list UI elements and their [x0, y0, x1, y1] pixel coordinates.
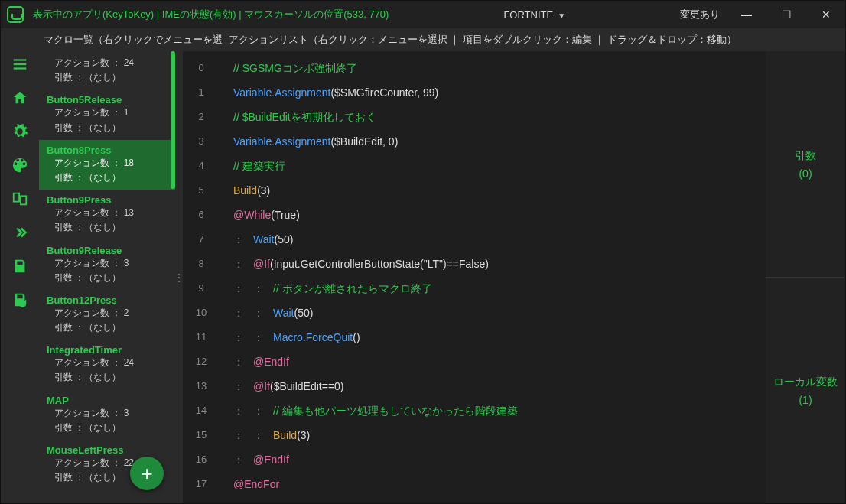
code-line[interactable]: 6@While (True) — [183, 204, 766, 229]
macro-item[interactable]: Button5Releaseアクション数 ： 1引数 ：（なし） — [39, 89, 175, 139]
line-content: Variable.Assignment($BuildEdit, 0) — [220, 135, 398, 148]
macro-item[interactable]: Button8Pressアクション数 ： 18引数 ：（なし） — [39, 140, 175, 190]
macro-item[interactable]: IntegratedTimerアクション数 ： 24引数 ：（なし） — [39, 340, 175, 389]
code-line[interactable]: 14：：// 編集も他パーツ処理もしていなかったら階段建築 — [183, 400, 766, 424]
line-number: 17 — [183, 478, 220, 489]
line-content: @While (True) — [220, 209, 300, 221]
line-content: Variable.Assignment($SMGfireCounter, 99) — [220, 86, 438, 99]
gear-icon[interactable] — [11, 123, 28, 140]
macro-icon[interactable] — [11, 190, 28, 207]
action-list-header: アクションリスト（右クリック：メニューを選択 ｜ 項目をダブルクリック：編集 ｜… — [229, 34, 737, 47]
line-number: 12 — [183, 356, 220, 367]
macro-meta: アクション数 ： 24引数 ：（なし） — [47, 356, 168, 385]
line-number: 15 — [183, 429, 220, 441]
line-content: ：：Wait(50) — [220, 307, 313, 320]
svg-rect-3 — [14, 193, 19, 202]
maximize-button[interactable]: ☐ — [773, 8, 799, 21]
add-button[interactable]: + — [130, 457, 164, 490]
macro-list[interactable]: アクション数 ： 24引数 ：（なし）Button5Releaseアクション数 … — [39, 51, 175, 503]
line-content: ：@EndIf — [220, 454, 289, 467]
code-line[interactable]: 9：：// ボタンが離されたらマクロ終了 — [183, 278, 766, 302]
home-icon[interactable] — [11, 89, 28, 106]
line-content: ：：// 編集も他パーツ処理もしていなかったら階段建築 — [220, 405, 518, 418]
line-number: 10 — [183, 307, 220, 318]
macro-name: Button5Release — [47, 94, 168, 106]
palette-icon[interactable] — [11, 157, 28, 174]
macro-meta: アクション数 ： 3引数 ：（なし） — [47, 406, 168, 435]
macro-item[interactable]: Button12Pressアクション数 ： 2引数 ：（なし） — [39, 290, 175, 340]
macro-name: Button12Press — [47, 294, 168, 306]
more-icon[interactable] — [11, 224, 28, 241]
save-icon[interactable] — [11, 258, 28, 275]
changed-label: 変更あり — [680, 8, 720, 21]
line-content: ：@EndIf — [220, 356, 289, 369]
macro-meta: アクション数 ： 18引数 ：（なし） — [47, 156, 168, 185]
code-line[interactable]: 0// SGSMGコンボ強制終了 — [183, 57, 766, 82]
code-line[interactable]: 17@EndFor — [183, 473, 766, 498]
macro-meta: アクション数 ： 13引数 ：（なし） — [47, 206, 168, 235]
line-number: 6 — [183, 209, 220, 220]
subheader: マクロ一覧（右クリックでメニューを選 アクションリスト（右クリック：メニューを選… — [1, 28, 845, 51]
code-line[interactable]: 16：@EndIf — [183, 449, 766, 473]
line-number: 16 — [183, 454, 220, 465]
status-text: 表示中のアプリ(KeyToKey) | IMEの状態(有効) | マウスカーソル… — [33, 8, 389, 21]
line-content: // $BuildEditを初期化しておく — [220, 111, 376, 125]
code-line[interactable]: 11：：Macro.ForceQuit() — [183, 327, 766, 351]
line-number: 0 — [183, 62, 220, 73]
macro-name: IntegratedTimer — [47, 344, 168, 356]
code-line[interactable]: 15：：Build(3) — [183, 424, 766, 449]
line-number: 7 — [183, 233, 220, 245]
save-reload-icon[interactable] — [11, 291, 28, 308]
line-content: ：：Macro.ForceQuit() — [220, 331, 360, 345]
line-number: 11 — [183, 331, 220, 343]
line-number: 13 — [183, 380, 220, 392]
code-line[interactable]: 10：：Wait(50) — [183, 302, 766, 327]
titlebar: 表示中のアプリ(KeyToKey) | IMEの状態(有効) | マウスカーソル… — [1, 1, 845, 28]
minimize-button[interactable]: — — [734, 8, 760, 21]
line-number: 4 — [183, 160, 220, 171]
profile-selector[interactable]: FORTNITE▼ — [389, 9, 680, 21]
macro-name: Button8Press — [47, 145, 168, 156]
macro-item[interactable]: Button9Pressアクション数 ： 13引数 ：（なし） — [39, 190, 175, 239]
line-content: // SGSMGコンボ強制終了 — [220, 62, 357, 76]
code-editor[interactable]: 0// SGSMGコンボ強制終了1Variable.Assignment($SM… — [183, 51, 766, 503]
scrollbar-thumb[interactable] — [171, 51, 175, 189]
line-number: 3 — [183, 135, 220, 147]
splitter-handle[interactable]: ⋮ — [175, 51, 183, 503]
line-number: 1 — [183, 86, 220, 98]
macro-name: Button9Press — [47, 194, 168, 206]
right-panel: 引数 (0) ローカル変数 (1) — [766, 51, 845, 503]
macro-item[interactable]: アクション数 ： 24引数 ：（なし） — [39, 51, 175, 89]
macro-meta: アクション数 ： 2引数 ：（なし） — [47, 306, 168, 335]
macro-item[interactable]: Button9Releaseアクション数 ： 3引数 ：（なし） — [39, 240, 175, 290]
code-line[interactable]: 5Build(3) — [183, 180, 766, 204]
code-line[interactable]: 13：@If ($BuildEdit==0) — [183, 376, 766, 400]
line-content: ：@If ($BuildEdit==0) — [220, 380, 344, 394]
menu-icon[interactable] — [11, 56, 28, 73]
line-number: 8 — [183, 258, 220, 269]
macro-name: MouseLeftPress — [47, 444, 168, 456]
code-line[interactable]: 8：@If (Input.GetControllerButtonState("L… — [183, 253, 766, 278]
code-line[interactable]: 7：Wait(50) — [183, 229, 766, 253]
macro-name: MAP — [47, 395, 168, 406]
line-content: // 建築実行 — [220, 160, 285, 174]
close-button[interactable]: ✕ — [813, 8, 839, 21]
macro-item[interactable]: MAPアクション数 ： 3引数 ：（なし） — [39, 390, 175, 440]
line-content: ：：Build(3) — [220, 429, 310, 443]
line-content: ：Wait(50) — [220, 233, 293, 247]
macro-meta: アクション数 ： 3引数 ：（なし） — [47, 256, 168, 285]
macro-meta: アクション数 ： 24引数 ：（なし） — [47, 56, 168, 85]
macro-list-header: マクロ一覧（右クリックでメニューを選 — [44, 34, 223, 47]
chevron-down-icon: ▼ — [558, 11, 565, 20]
code-line[interactable]: 4// 建築実行 — [183, 155, 766, 180]
args-panel[interactable]: 引数 (0) — [766, 51, 845, 277]
code-line[interactable]: 2// $BuildEditを初期化しておく — [183, 106, 766, 131]
code-line[interactable]: 12：@EndIf — [183, 351, 766, 376]
code-line[interactable]: 1Variable.Assignment($SMGfireCounter, 99… — [183, 82, 766, 106]
local-vars-panel[interactable]: ローカル変数 (1) — [766, 277, 845, 503]
line-content: ：@If (Input.GetControllerButtonState("LT… — [220, 258, 489, 272]
line-number: 5 — [183, 184, 220, 196]
line-content: @EndFor — [220, 478, 279, 490]
code-line[interactable]: 3Variable.Assignment($BuildEdit, 0) — [183, 131, 766, 155]
line-number: 2 — [183, 111, 220, 122]
